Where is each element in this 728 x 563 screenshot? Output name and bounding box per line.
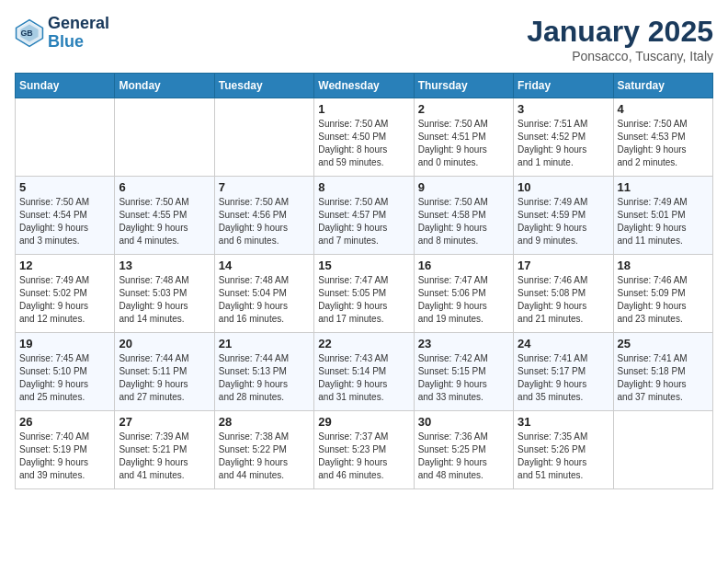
day-number: 31 <box>518 415 609 429</box>
logo-general: General <box>48 15 109 33</box>
day-info: Sunrise: 7:50 AMSunset: 4:58 PMDaylight:… <box>418 196 509 247</box>
day-number: 14 <box>219 259 310 272</box>
day-info: Sunrise: 7:45 AMSunset: 5:10 PMDaylight:… <box>19 352 110 404</box>
day-number: 16 <box>418 259 509 272</box>
calendar-cell: 25Sunrise: 7:41 AMSunset: 5:18 PMDayligh… <box>613 333 712 411</box>
day-number: 5 <box>19 180 110 194</box>
day-info: Sunrise: 7:46 AMSunset: 5:08 PMDaylight:… <box>518 274 609 326</box>
calendar-cell: 14Sunrise: 7:48 AMSunset: 5:04 PMDayligh… <box>214 255 313 333</box>
day-number: 21 <box>219 337 310 350</box>
day-info: Sunrise: 7:49 AMSunset: 4:59 PMDaylight:… <box>518 196 609 247</box>
calendar-cell: 8Sunrise: 7:50 AMSunset: 4:57 PMDaylight… <box>314 177 414 255</box>
calendar-table: SundayMondayTuesdayWednesdayThursdayFrid… <box>15 73 713 489</box>
day-number: 9 <box>418 180 509 194</box>
calendar-cell: 29Sunrise: 7:37 AMSunset: 5:23 PMDayligh… <box>314 411 414 489</box>
day-info: Sunrise: 7:48 AMSunset: 5:04 PMDaylight:… <box>219 274 310 326</box>
day-number: 26 <box>19 415 110 429</box>
day-info: Sunrise: 7:50 AMSunset: 4:56 PMDaylight:… <box>219 196 310 247</box>
day-info: Sunrise: 7:47 AMSunset: 5:06 PMDaylight:… <box>418 274 509 326</box>
calendar-cell: 22Sunrise: 7:43 AMSunset: 5:14 PMDayligh… <box>314 333 414 411</box>
calendar-cell: 1Sunrise: 7:50 AMSunset: 4:50 PMDaylight… <box>314 98 414 177</box>
day-info: Sunrise: 7:41 AMSunset: 5:18 PMDaylight:… <box>618 352 709 404</box>
calendar-week-row: 26Sunrise: 7:40 AMSunset: 5:19 PMDayligh… <box>16 411 713 489</box>
day-info: Sunrise: 7:44 AMSunset: 5:11 PMDaylight:… <box>119 352 210 404</box>
calendar-cell: 4Sunrise: 7:50 AMSunset: 4:53 PMDaylight… <box>613 98 712 177</box>
calendar-cell: 10Sunrise: 7:49 AMSunset: 4:59 PMDayligh… <box>514 177 613 255</box>
weekday-header-row: SundayMondayTuesdayWednesdayThursdayFrid… <box>16 74 713 98</box>
calendar-cell: 18Sunrise: 7:46 AMSunset: 5:09 PMDayligh… <box>613 255 712 333</box>
page-header: GB General Blue January 2025 Ponsacco, T… <box>15 15 713 63</box>
day-info: Sunrise: 7:51 AMSunset: 4:52 PMDaylight:… <box>518 118 609 169</box>
logo-blue: Blue <box>48 33 109 52</box>
calendar-subtitle: Ponsacco, Tuscany, Italy <box>527 49 713 63</box>
day-number: 7 <box>219 180 310 194</box>
calendar-cell: 16Sunrise: 7:47 AMSunset: 5:06 PMDayligh… <box>414 255 513 333</box>
title-area: January 2025 Ponsacco, Tuscany, Italy <box>527 15 713 63</box>
calendar-cell: 15Sunrise: 7:47 AMSunset: 5:05 PMDayligh… <box>314 255 414 333</box>
logo-icon: GB <box>15 18 44 48</box>
calendar-cell <box>115 98 214 177</box>
calendar-week-row: 1Sunrise: 7:50 AMSunset: 4:50 PMDaylight… <box>16 98 713 177</box>
day-number: 13 <box>119 259 210 272</box>
day-number: 23 <box>418 337 509 350</box>
calendar-week-row: 5Sunrise: 7:50 AMSunset: 4:54 PMDaylight… <box>16 177 713 255</box>
weekday-header-friday: Friday <box>514 74 613 98</box>
calendar-cell: 11Sunrise: 7:49 AMSunset: 5:01 PMDayligh… <box>613 177 712 255</box>
day-number: 18 <box>618 259 709 272</box>
calendar-cell: 23Sunrise: 7:42 AMSunset: 5:15 PMDayligh… <box>414 333 513 411</box>
day-number: 30 <box>418 415 509 429</box>
day-number: 1 <box>318 102 409 116</box>
day-number: 22 <box>318 337 409 350</box>
day-info: Sunrise: 7:43 AMSunset: 5:14 PMDaylight:… <box>318 352 409 404</box>
day-info: Sunrise: 7:49 AMSunset: 5:01 PMDaylight:… <box>618 196 709 247</box>
day-number: 6 <box>119 180 210 194</box>
day-number: 25 <box>618 337 709 350</box>
day-info: Sunrise: 7:50 AMSunset: 4:55 PMDaylight:… <box>119 196 210 247</box>
day-info: Sunrise: 7:46 AMSunset: 5:09 PMDaylight:… <box>618 274 709 326</box>
day-info: Sunrise: 7:50 AMSunset: 4:50 PMDaylight:… <box>318 118 409 169</box>
day-info: Sunrise: 7:38 AMSunset: 5:22 PMDaylight:… <box>219 431 310 482</box>
weekday-header-sunday: Sunday <box>16 74 115 98</box>
calendar-cell: 20Sunrise: 7:44 AMSunset: 5:11 PMDayligh… <box>115 333 214 411</box>
day-number: 12 <box>19 259 110 272</box>
weekday-header-tuesday: Tuesday <box>214 74 313 98</box>
calendar-cell: 28Sunrise: 7:38 AMSunset: 5:22 PMDayligh… <box>214 411 313 489</box>
calendar-cell <box>16 98 115 177</box>
day-number: 20 <box>119 337 210 350</box>
calendar-cell: 31Sunrise: 7:35 AMSunset: 5:26 PMDayligh… <box>514 411 613 489</box>
day-info: Sunrise: 7:50 AMSunset: 4:54 PMDaylight:… <box>19 196 110 247</box>
day-number: 8 <box>318 180 409 194</box>
calendar-cell: 17Sunrise: 7:46 AMSunset: 5:08 PMDayligh… <box>514 255 613 333</box>
calendar-cell <box>613 411 712 489</box>
calendar-cell: 6Sunrise: 7:50 AMSunset: 4:55 PMDaylight… <box>115 177 214 255</box>
calendar-cell: 30Sunrise: 7:36 AMSunset: 5:25 PMDayligh… <box>414 411 513 489</box>
weekday-header-thursday: Thursday <box>414 74 513 98</box>
day-info: Sunrise: 7:41 AMSunset: 5:17 PMDaylight:… <box>518 352 609 404</box>
calendar-cell: 5Sunrise: 7:50 AMSunset: 4:54 PMDaylight… <box>16 177 115 255</box>
day-info: Sunrise: 7:44 AMSunset: 5:13 PMDaylight:… <box>219 352 310 404</box>
calendar-cell: 21Sunrise: 7:44 AMSunset: 5:13 PMDayligh… <box>214 333 313 411</box>
day-info: Sunrise: 7:40 AMSunset: 5:19 PMDaylight:… <box>19 431 110 482</box>
calendar-cell: 9Sunrise: 7:50 AMSunset: 4:58 PMDaylight… <box>414 177 513 255</box>
day-info: Sunrise: 7:50 AMSunset: 4:53 PMDaylight:… <box>618 118 709 169</box>
calendar-cell: 2Sunrise: 7:50 AMSunset: 4:51 PMDaylight… <box>414 98 513 177</box>
day-info: Sunrise: 7:47 AMSunset: 5:05 PMDaylight:… <box>318 274 409 326</box>
calendar-title: January 2025 <box>527 15 713 49</box>
day-info: Sunrise: 7:48 AMSunset: 5:03 PMDaylight:… <box>119 274 210 326</box>
day-info: Sunrise: 7:50 AMSunset: 4:57 PMDaylight:… <box>318 196 409 247</box>
day-info: Sunrise: 7:39 AMSunset: 5:21 PMDaylight:… <box>119 431 210 482</box>
day-number: 28 <box>219 415 310 429</box>
weekday-header-saturday: Saturday <box>613 74 712 98</box>
weekday-header-monday: Monday <box>115 74 214 98</box>
day-number: 15 <box>318 259 409 272</box>
calendar-cell: 13Sunrise: 7:48 AMSunset: 5:03 PMDayligh… <box>115 255 214 333</box>
calendar-cell: 3Sunrise: 7:51 AMSunset: 4:52 PMDaylight… <box>514 98 613 177</box>
day-number: 11 <box>618 180 709 194</box>
day-number: 3 <box>518 102 609 116</box>
calendar-cell: 27Sunrise: 7:39 AMSunset: 5:21 PMDayligh… <box>115 411 214 489</box>
calendar-cell: 12Sunrise: 7:49 AMSunset: 5:02 PMDayligh… <box>16 255 115 333</box>
day-info: Sunrise: 7:37 AMSunset: 5:23 PMDaylight:… <box>318 431 409 482</box>
calendar-cell <box>214 98 313 177</box>
day-number: 10 <box>518 180 609 194</box>
day-number: 24 <box>518 337 609 350</box>
